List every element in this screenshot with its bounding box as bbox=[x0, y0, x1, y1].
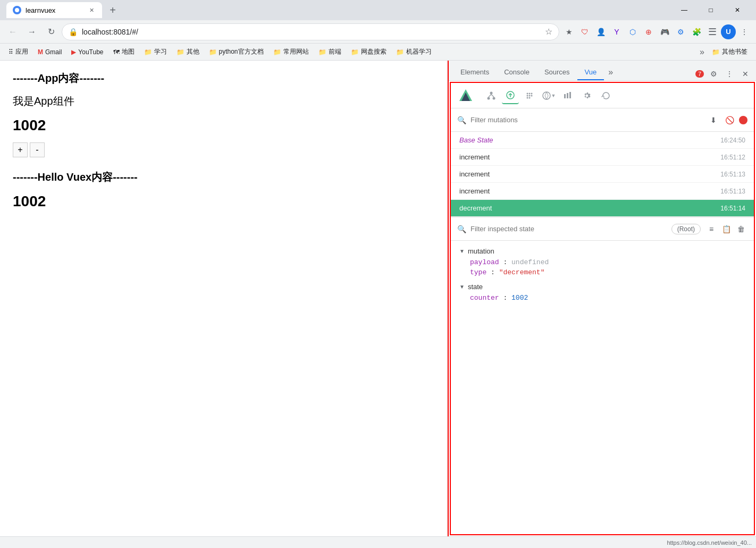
type-colon: : bbox=[491, 268, 499, 276]
vue-events-button[interactable] bbox=[521, 87, 538, 104]
delete-state-button[interactable]: 🗑 bbox=[735, 223, 747, 235]
nav-right-controls: ★ 🛡 👤 Y ⬡ ⊕ 🎮 ⚙ 🧩 ☰ U ⋮ bbox=[561, 24, 752, 39]
bookmark-other1[interactable]: 📁 其他 bbox=[172, 45, 204, 58]
filter-state-input[interactable] bbox=[471, 225, 667, 233]
mutation-section-header[interactable]: ▼ mutation bbox=[459, 247, 745, 255]
mutation-item-base-state[interactable]: Base State 16:24:50 bbox=[451, 132, 754, 149]
bookmark-youtube-label: YouTube bbox=[78, 48, 103, 56]
download-mutations-button[interactable]: ⬇ bbox=[707, 114, 720, 127]
vue-settings-button[interactable] bbox=[578, 87, 595, 104]
bookmark-youtube[interactable]: ▶ YouTube bbox=[67, 46, 107, 58]
bookmark-python[interactable]: 📁 python官方文档 bbox=[205, 45, 268, 58]
vue-performance-button[interactable] bbox=[559, 87, 576, 104]
tab-close-button[interactable]: ✕ bbox=[87, 6, 96, 14]
record-button[interactable] bbox=[739, 116, 747, 124]
state-state-section: ▼ state counter : 1002 bbox=[459, 283, 745, 302]
ext5-button[interactable]: ⚙ bbox=[673, 24, 688, 39]
forward-button[interactable]: → bbox=[23, 23, 40, 40]
payload-colon: : bbox=[503, 258, 511, 266]
bookmark-common-label: 常用网站 bbox=[283, 47, 309, 56]
mutation-item-increment-3[interactable]: increment 16:51:13 bbox=[451, 183, 754, 200]
ext4-button[interactable]: 🎮 bbox=[657, 24, 672, 39]
vue-logo-icon bbox=[457, 87, 474, 104]
bookmark-study-label: 学习 bbox=[154, 47, 167, 56]
bookmark-python-label: python官方文档 bbox=[219, 47, 264, 56]
profile-button[interactable]: U bbox=[721, 24, 736, 39]
mutation-item-increment-2[interactable]: increment 16:51:13 bbox=[451, 166, 754, 183]
root-badge[interactable]: (Root) bbox=[671, 224, 701, 234]
sort-state-button[interactable]: ≡ bbox=[705, 223, 718, 235]
new-tab-button[interactable]: + bbox=[105, 3, 120, 18]
address-bar[interactable]: 🔒 localhost:8081/#/ ☆ bbox=[62, 23, 559, 40]
main-area: -------App内容------- 我是App组件 1002 + - ---… bbox=[0, 61, 756, 536]
browserext-button[interactable]: 👤 bbox=[593, 24, 608, 39]
back-button[interactable]: ← bbox=[4, 23, 21, 40]
bookmark-star-icon[interactable]: ☆ bbox=[545, 27, 552, 37]
svg-line-6 bbox=[489, 94, 491, 97]
decrement-label: decrement bbox=[459, 204, 720, 212]
bookmarks-more-button[interactable]: » bbox=[700, 47, 704, 57]
mutation-section-label: mutation bbox=[468, 247, 494, 255]
devtools-close-button[interactable]: ✕ bbox=[739, 68, 752, 80]
filter-actions: ⬇ 🚫 bbox=[707, 114, 747, 127]
adblock-button[interactable]: 🛡 bbox=[577, 24, 592, 39]
folder-icon-other-books: 📁 bbox=[712, 48, 720, 56]
decrement-button[interactable]: - bbox=[30, 142, 45, 157]
vue-component-tree-button[interactable] bbox=[483, 87, 500, 104]
state-section-header[interactable]: ▼ state bbox=[459, 283, 745, 291]
maximize-button[interactable]: □ bbox=[699, 2, 723, 18]
vue-devtools-header: ▼ bbox=[451, 83, 754, 108]
clear-mutations-button[interactable]: 🚫 bbox=[723, 114, 736, 127]
puzzle-button[interactable]: 🧩 bbox=[689, 24, 704, 39]
tab-elements[interactable]: Elements bbox=[453, 65, 497, 80]
devtools-more-tabs[interactable]: » bbox=[604, 64, 617, 80]
browser-tab[interactable]: learnvuex ✕ bbox=[6, 2, 102, 18]
bookmark-frontend-label: 前端 bbox=[329, 47, 341, 56]
mutation-item-decrement[interactable]: decrement 16:51:14 bbox=[451, 200, 754, 217]
vue-routing-button[interactable]: ▼ bbox=[540, 87, 557, 104]
title-bar: learnvuex ✕ + — □ ✕ bbox=[0, 0, 756, 20]
window-controls: — □ ✕ bbox=[672, 2, 750, 18]
vue-refresh-button[interactable] bbox=[598, 87, 615, 104]
type-value: "decrement" bbox=[499, 268, 545, 276]
reload-button[interactable]: ↻ bbox=[43, 23, 60, 40]
hello-vuex-counter: 1002 bbox=[13, 193, 434, 210]
mutation-type-row: type : "decrement" bbox=[459, 268, 745, 276]
increment-button[interactable]: + bbox=[13, 142, 28, 157]
devtools-more-button[interactable]: ⋮ bbox=[723, 68, 736, 80]
bookmark-ml[interactable]: 📁 机器学习 bbox=[392, 45, 436, 58]
bookmark-other-books[interactable]: 📁 其他书签 bbox=[708, 45, 752, 58]
maps-icon: 🗺 bbox=[113, 48, 120, 56]
copy-state-button[interactable]: 📋 bbox=[720, 223, 733, 235]
bookmark-maps[interactable]: 🗺 地图 bbox=[109, 45, 139, 58]
opera-button[interactable]: ⊕ bbox=[641, 24, 656, 39]
more-button[interactable]: ⋮ bbox=[737, 24, 752, 39]
mutation-item-increment-1[interactable]: increment 16:51:12 bbox=[451, 149, 754, 166]
bookmark-apps[interactable]: ⠿ 应用 bbox=[4, 45, 32, 58]
minimize-button[interactable]: — bbox=[672, 2, 696, 18]
tab-title: learnvuex bbox=[26, 6, 55, 14]
bookmark-common[interactable]: 📁 常用网站 bbox=[269, 45, 313, 58]
filter-mutations-input[interactable] bbox=[471, 116, 703, 124]
bookmark-study[interactable]: 📁 学习 bbox=[140, 45, 171, 58]
close-window-button[interactable]: ✕ bbox=[725, 2, 750, 18]
yahoo-button[interactable]: Y bbox=[609, 24, 624, 39]
base-state-label: Base State bbox=[459, 136, 720, 144]
tab-sources[interactable]: Sources bbox=[537, 65, 577, 80]
norton-button[interactable]: ⬡ bbox=[625, 24, 640, 39]
menu-button[interactable]: ☰ bbox=[705, 24, 720, 39]
svg-point-10 bbox=[527, 92, 528, 94]
app-separator: -------App内容------- bbox=[13, 71, 434, 86]
extensions-button[interactable]: ★ bbox=[561, 24, 576, 39]
devtools-settings-button[interactable]: ⚙ bbox=[707, 68, 720, 80]
devtools-panel: Elements Console Sources Vue » 7 ⚙ ⋮ ✕ bbox=[448, 61, 756, 536]
tab-console[interactable]: Console bbox=[497, 65, 537, 80]
state-filter-bar: 🔍 (Root) ≡ 📋 🗑 bbox=[451, 217, 754, 241]
bookmark-netdisk[interactable]: 📁 网盘搜索 bbox=[347, 45, 391, 58]
bookmark-gmail[interactable]: M Gmail bbox=[33, 46, 66, 58]
vue-vuex-mutations-button[interactable] bbox=[502, 87, 519, 104]
bookmark-frontend[interactable]: 📁 前端 bbox=[314, 45, 346, 58]
vue-header-icon-group: ▼ bbox=[483, 87, 615, 104]
tab-vue[interactable]: Vue bbox=[577, 65, 604, 80]
lock-icon: 🔒 bbox=[69, 28, 78, 36]
